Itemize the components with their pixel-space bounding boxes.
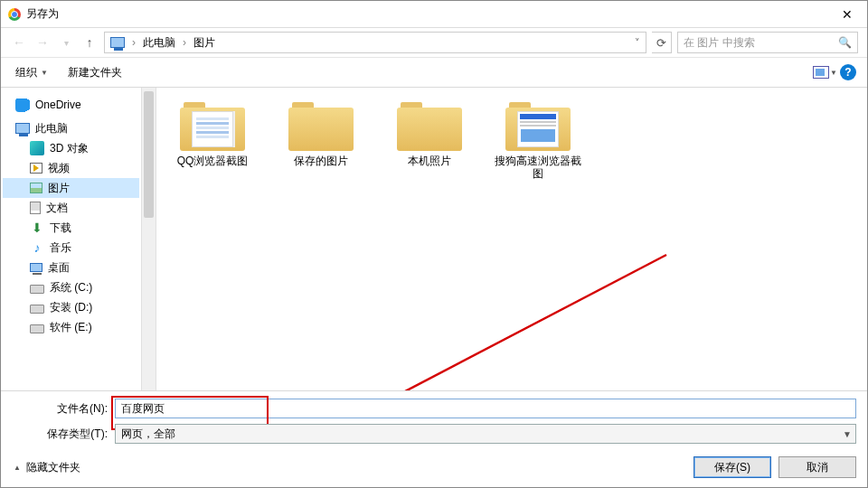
sidebar-label: 音乐: [50, 240, 71, 256]
desktop-icon: [30, 263, 42, 272]
close-button[interactable]: ✕: [831, 2, 863, 27]
svg-line-0: [307, 255, 666, 390]
body: OneDrive 此电脑 3D 对象 视频 图片 文档: [1, 88, 867, 390]
chevron-down-icon: ▼: [843, 429, 852, 439]
drive-icon: [30, 285, 44, 294]
music-icon: ♪: [30, 240, 44, 255]
drive-icon: [30, 324, 44, 333]
sidebar-label: 3D 对象: [50, 141, 89, 156]
sidebar-item-pictures[interactable]: 图片: [3, 178, 139, 198]
save-button[interactable]: 保存(S): [693, 456, 771, 478]
nav-forward-button[interactable]: →: [33, 33, 52, 52]
pc-icon: [110, 37, 125, 48]
filetype-select[interactable]: 网页，全部 ▼: [115, 424, 856, 444]
breadcrumb-folder[interactable]: 图片: [193, 35, 215, 51]
folder-item[interactable]: QQ浏览器截图: [169, 99, 256, 180]
sidebar-label: 安装 (D:): [50, 300, 92, 315]
filetype-value: 网页，全部: [121, 427, 175, 442]
folder-item[interactable]: 本机照片: [386, 99, 473, 180]
pc-icon: [15, 123, 30, 134]
filetype-label: 保存类型(T):: [12, 427, 115, 442]
drive-icon: [30, 305, 44, 314]
view-options-button[interactable]: ▼: [813, 66, 829, 79]
filename-input[interactable]: [115, 399, 856, 418]
folder-label: QQ浏览器截图: [177, 155, 249, 180]
organize-menu[interactable]: 组织 ▼: [12, 63, 52, 82]
breadcrumb-root[interactable]: 此电脑: [143, 35, 175, 51]
folder-icon: [288, 99, 354, 151]
sidebar-item-downloads[interactable]: ⬇ 下载: [3, 218, 139, 238]
recent-locations-button[interactable]: ▾: [57, 33, 75, 52]
sidebar-label: 系统 (C:): [50, 280, 92, 296]
breadcrumb-sep-icon: ›: [132, 36, 136, 49]
titlebar: 另存为 ✕: [1, 1, 867, 28]
sidebar-item-videos[interactable]: 视频: [3, 158, 139, 178]
sidebar-item-thispc[interactable]: 此电脑: [3, 118, 139, 138]
folder-label: 搜狗高速浏览器截图: [495, 155, 581, 180]
sidebar: OneDrive 此电脑 3D 对象 视频 图片 文档: [1, 88, 142, 390]
downloads-icon: ⬇: [30, 221, 44, 235]
breadcrumb-sep-icon: ›: [183, 36, 186, 49]
filename-label: 文件名(N):: [12, 401, 115, 417]
video-icon: [30, 163, 42, 174]
sidebar-label: 视频: [48, 161, 70, 176]
folder-label: 本机照片: [408, 155, 451, 180]
sidebar-label: 桌面: [48, 260, 70, 276]
hide-folders-link[interactable]: 隐藏文件夹: [26, 460, 80, 475]
pictures-icon: [30, 183, 42, 193]
sidebar-item-desktop[interactable]: 桌面: [3, 258, 139, 277]
sidebar-item-documents[interactable]: 文档: [3, 198, 139, 218]
window-title: 另存为: [26, 6, 59, 22]
nav-bar: ← → ▾ ↑ › 此电脑 › 图片 ˅ ⟳ 在 图片 中搜索 🔍: [1, 28, 867, 57]
annotation-arrow: [296, 246, 675, 390]
refresh-button[interactable]: ⟳: [652, 32, 672, 53]
folder-icon: [180, 99, 245, 151]
sidebar-item-music[interactable]: ♪ 音乐: [3, 238, 139, 258]
address-dropdown-icon[interactable]: ˅: [635, 37, 640, 49]
save-as-dialog: 另存为 ✕ ← → ▾ ↑ › 此电脑 › 图片 ˅ ⟳ 在 图片 中搜索 🔍 …: [0, 0, 868, 488]
organize-label: 组织: [15, 65, 37, 80]
folder-item[interactable]: 保存的图片: [278, 99, 364, 180]
3d-objects-icon: [30, 141, 44, 155]
sidebar-label: 软件 (E:): [50, 320, 92, 335]
folder-icon: [397, 99, 462, 151]
folder-item[interactable]: 搜狗高速浏览器截图: [495, 99, 581, 180]
onedrive-icon: [15, 98, 30, 112]
sidebar-item-drive-c[interactable]: 系统 (C:): [3, 277, 139, 297]
sidebar-label: 此电脑: [35, 121, 68, 136]
toolbar: 组织 ▼ 新建文件夹 ▼ ?: [1, 57, 867, 88]
search-input[interactable]: 在 图片 中搜索 🔍: [677, 32, 858, 53]
sidebar-item-drive-d[interactable]: 安装 (D:): [3, 297, 139, 317]
sidebar-item-3d[interactable]: 3D 对象: [3, 138, 139, 158]
sidebar-item-onedrive[interactable]: OneDrive: [3, 95, 139, 115]
nav-up-button[interactable]: ↑: [80, 33, 99, 52]
chevron-down-icon: ▼: [830, 69, 837, 77]
search-icon: 🔍: [838, 36, 852, 49]
file-list[interactable]: QQ浏览器截图 保存的图片 本机照片 搜狗高速浏览器截图: [142, 88, 867, 390]
search-placeholder: 在 图片 中搜索: [684, 35, 755, 51]
folder-icon: [505, 99, 571, 151]
documents-icon: [30, 202, 41, 214]
sidebar-label: 图片: [48, 181, 70, 196]
chrome-icon: [8, 8, 21, 21]
cancel-button[interactable]: 取消: [778, 456, 856, 478]
sidebar-label: 下载: [50, 221, 71, 236]
collapse-icon: ▲: [14, 464, 21, 472]
address-bar[interactable]: › 此电脑 › 图片 ˅: [104, 32, 646, 53]
nav-back-button[interactable]: ←: [10, 33, 28, 52]
sidebar-label: OneDrive: [35, 99, 81, 111]
help-button[interactable]: ?: [840, 64, 856, 80]
sidebar-label: 文档: [46, 201, 68, 216]
sidebar-item-drive-e[interactable]: 软件 (E:): [3, 317, 139, 337]
new-folder-button[interactable]: 新建文件夹: [68, 65, 122, 80]
folder-label: 保存的图片: [294, 155, 348, 180]
chevron-down-icon: ▼: [41, 69, 48, 77]
bottom-pane: 文件名(N): 保存类型(T): 网页，全部 ▼ ▲ 隐藏文件夹 保存(S) 取…: [1, 390, 867, 487]
